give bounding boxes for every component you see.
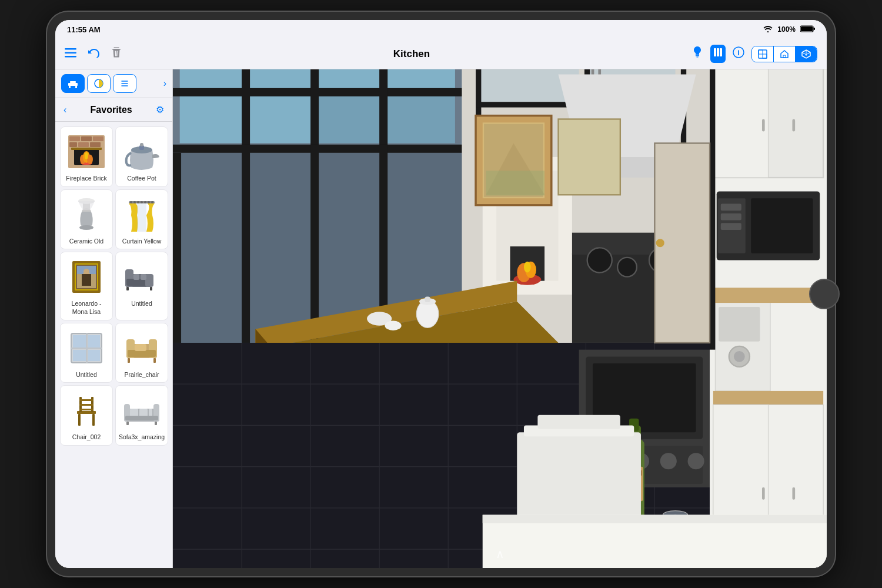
svg-rect-69 [150,287,152,290]
svg-rect-40 [140,143,143,146]
svg-rect-91 [92,414,95,426]
svg-rect-198 [721,213,741,220]
svg-point-48 [133,201,136,203]
item-thumbnail-sofa [118,256,165,298]
svg-rect-72 [88,335,100,348]
list-item[interactable]: Curtain Yellow [115,189,168,250]
svg-rect-114 [310,69,319,150]
svg-rect-4 [65,52,76,54]
toolbar-center: Kitchen [182,48,641,60]
svg-rect-226 [517,432,641,522]
svg-rect-104 [180,69,242,88]
svg-rect-95 [130,409,138,417]
svg-rect-66 [133,274,139,280]
panel-title: Favorites [91,105,132,115]
svg-rect-113 [242,69,250,150]
settings-icon[interactable]: ⚙ [156,104,164,115]
view-btn-3d[interactable] [796,46,817,62]
svg-rect-65 [145,274,153,287]
svg-rect-228 [537,415,620,429]
page-title: Kitchen [393,48,430,60]
svg-rect-87 [79,399,93,401]
svg-point-203 [734,351,745,362]
svg-rect-6 [714,48,716,56]
bulb-icon[interactable] [691,46,703,62]
svg-rect-119 [310,145,319,343]
home-button[interactable] [809,279,840,309]
svg-rect-98 [125,416,158,420]
view-btn-floorplan[interactable] [752,46,774,62]
svg-rect-209 [792,487,795,500]
back-button[interactable]: ‹ [64,105,66,115]
list-item[interactable]: Prairie_chair [115,323,168,383]
svg-rect-115 [379,69,387,150]
tablet-screen: 11:55 AM 100% [55,20,827,568]
panel-header: ‹ Favorites ⚙ [55,98,172,122]
svg-rect-25 [81,136,92,141]
main-content: › ‹ Favorites ⚙ [55,69,827,568]
svg-rect-46 [137,203,146,232]
svg-rect-89 [79,409,93,410]
item-label-sofa: Untitled [131,300,152,308]
svg-rect-156 [425,297,430,302]
tab-list[interactable] [113,74,136,93]
svg-rect-236 [558,119,620,195]
item-thumbnail-chair [63,389,110,432]
svg-point-217 [688,453,704,469]
list-item[interactable]: Coffee Pot [115,126,168,187]
menu-icon[interactable] [65,47,76,61]
svg-rect-7 [717,48,719,56]
list-item[interactable]: Chair_002 [60,385,113,446]
svg-rect-18 [70,81,76,83]
item-thumbnail-prairie [118,327,165,369]
svg-rect-110 [318,95,379,143]
svg-rect-82 [128,358,130,363]
panel-more-icon[interactable]: › [163,78,166,89]
item-label-chair: Chair_002 [72,433,101,442]
list-item[interactable]: Leonardo - Mona Lisa [60,252,113,320]
svg-rect-13 [763,54,767,58]
svg-point-145 [617,258,637,277]
item-label-fireplace: Fireplace Brick [66,175,106,183]
svg-point-53 [151,201,153,203]
svg-rect-81 [135,344,146,351]
svg-point-141 [524,262,531,273]
info-icon[interactable]: i [733,46,744,61]
undo-icon[interactable] [88,47,100,61]
item-label-window: Untitled [76,371,97,379]
trash-icon[interactable] [112,46,121,61]
svg-rect-201 [719,307,760,342]
list-item[interactable]: Untitled [115,252,168,320]
svg-rect-24 [69,136,80,141]
catalog-icon[interactable] [710,45,726,63]
view-btn-home[interactable] [774,46,796,62]
svg-rect-97 [149,409,152,417]
item-thumbnail-window [63,327,110,369]
svg-rect-100 [155,422,157,425]
list-item[interactable]: Untitled [60,323,113,383]
list-item[interactable]: Fireplace Brick [60,126,113,187]
item-label-prairie: Prairie_chair [125,371,159,379]
svg-point-49 [137,201,139,203]
svg-point-50 [141,201,143,203]
tab-materials[interactable] [87,74,111,93]
svg-rect-197 [721,204,741,211]
tablet-frame: 11:55 AM 100% [47,12,835,576]
svg-rect-17 [75,86,77,88]
svg-rect-12 [759,50,763,54]
tab-furniture[interactable] [61,74,85,93]
item-thumbnail-mona [63,256,110,298]
list-item[interactable]: Ceramic Old [60,189,113,250]
svg-point-144 [587,248,612,272]
svg-rect-74 [88,350,100,361]
svg-rect-237 [710,69,715,350]
scroll-down-arrow[interactable]: ∧ [496,547,505,561]
toolbar: Kitchen i [55,39,827,69]
3d-view[interactable]: ∧ [173,69,827,568]
svg-rect-27 [69,142,77,147]
svg-rect-109 [249,95,310,143]
left-panel: › ‹ Favorites ⚙ [55,69,173,568]
status-right: 100% [763,25,815,34]
list-item[interactable]: Sofa3x_amazing [115,385,168,446]
svg-rect-107 [386,69,455,88]
